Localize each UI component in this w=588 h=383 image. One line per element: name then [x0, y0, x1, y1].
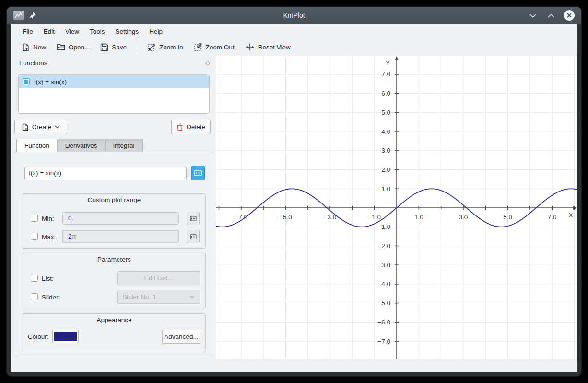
max-input: 2π	[62, 230, 179, 243]
zoom-out-icon	[194, 43, 202, 51]
menu-view[interactable]: View	[60, 26, 84, 37]
colour-label: Colour:	[28, 333, 49, 340]
slider-select: Slider No. 1	[117, 290, 200, 304]
equation-editor-icon	[194, 170, 202, 176]
max-checkbox[interactable]	[31, 233, 38, 240]
plot-area[interactable]: −7.0−5.0−3.0−1.01.03.05.07.0−7.0−6.0−5.0…	[216, 56, 577, 359]
reset-view-icon	[245, 43, 255, 51]
dock-title: Functions	[19, 60, 47, 67]
kmplot-window: KmPlot File Edit View Tools Settings Hel…	[7, 7, 581, 376]
function-tab-pane: f(x) = sin(x) Custom plot range Min: 0	[15, 152, 212, 357]
appearance-group: Appearance Colour: Advanced...	[23, 313, 206, 352]
max-equation-editor-button	[187, 230, 200, 243]
colour-swatch-button[interactable]	[52, 330, 79, 343]
min-input: 0	[62, 212, 179, 225]
svg-text:−6.0: −6.0	[377, 319, 390, 326]
delete-label: Delete	[187, 123, 205, 131]
svg-text:−3.0: −3.0	[377, 262, 390, 269]
slider-label: Slider:	[42, 294, 60, 301]
slider-checkbox[interactable]	[31, 293, 38, 300]
svg-text:−2.0: −2.0	[377, 242, 390, 250]
chevron-down-icon	[55, 125, 60, 129]
equation-editor-icon	[190, 216, 197, 221]
svg-text:−5.0: −5.0	[377, 299, 390, 307]
svg-text:7.0: 7.0	[548, 214, 557, 221]
min-label: Min:	[42, 215, 54, 222]
parameters-group: Parameters List: Edit List... Slider: Sl…	[23, 253, 206, 308]
svg-text:−7.0: −7.0	[377, 338, 390, 345]
tab-integral[interactable]: Integral	[106, 139, 143, 152]
open-button[interactable]: Open...	[52, 41, 94, 53]
save-label: Save	[112, 44, 127, 51]
tab-function[interactable]: Function	[16, 139, 58, 152]
open-folder-icon	[57, 43, 65, 51]
min-checkbox[interactable]	[31, 215, 38, 222]
reset-view-button[interactable]: Reset View	[241, 40, 295, 54]
svg-text:Y: Y	[386, 60, 390, 67]
edit-list-button: Edit List...	[117, 271, 200, 285]
chevron-down-icon	[189, 295, 195, 299]
toolbar-separator	[137, 41, 137, 53]
svg-text:2.0: 2.0	[381, 166, 390, 173]
zoom-in-button[interactable]: Zoom In	[143, 40, 188, 54]
max-label: Max:	[42, 233, 56, 240]
menu-file[interactable]: File	[17, 26, 38, 37]
new-file-icon	[22, 43, 30, 51]
menubar: File Edit View Tools Settings Help	[11, 24, 577, 38]
close-icon[interactable]	[564, 10, 575, 21]
tab-derivatives[interactable]: Derivatives	[58, 139, 106, 152]
new-button[interactable]: New	[17, 41, 50, 54]
menu-edit[interactable]: Edit	[38, 26, 60, 37]
delete-button[interactable]: Delete	[171, 120, 211, 134]
equation-editor-button[interactable]	[191, 166, 205, 180]
menu-help[interactable]: Help	[144, 26, 168, 37]
shade-window-icon[interactable]	[528, 10, 538, 21]
toolbar: New Open... Save	[11, 38, 577, 56]
svg-text:6.0: 6.0	[381, 90, 390, 97]
svg-text:1.0: 1.0	[381, 185, 390, 192]
delete-icon	[176, 123, 183, 131]
zoom-out-label: Zoom Out	[206, 44, 235, 51]
appearance-title: Appearance	[23, 314, 205, 323]
menu-settings[interactable]: Settings	[110, 26, 144, 37]
functions-dock: Functions ◇ f(x) = sin(x) Create	[11, 56, 216, 372]
save-button[interactable]: Save	[96, 41, 131, 54]
zoom-in-icon	[147, 43, 156, 51]
custom-plot-range-group: Custom plot range Min: 0 Max: 2π	[23, 193, 206, 249]
advanced-button[interactable]: Advanced...	[162, 330, 200, 344]
float-dock-icon[interactable]: ◇	[205, 59, 210, 66]
function-list-item[interactable]: f(x) = sin(x)	[19, 75, 209, 88]
svg-text:5.0: 5.0	[381, 109, 390, 116]
colour-swatch	[54, 332, 77, 341]
slider-select-value: Slider No. 1	[122, 293, 156, 300]
svg-text:5.0: 5.0	[503, 214, 512, 221]
zoom-out-button[interactable]: Zoom Out	[189, 40, 239, 54]
window-body: File Edit View Tools Settings Help New	[11, 24, 577, 372]
equation-editor-icon	[190, 234, 197, 239]
save-icon	[100, 43, 108, 51]
zoom-in-label: Zoom In	[159, 44, 183, 51]
titlebar: KmPlot	[7, 7, 581, 24]
open-label: Open...	[69, 44, 90, 51]
tabbar: Function Derivatives Integral	[16, 139, 143, 152]
equation-input[interactable]: f(x) = sin(x)	[24, 167, 187, 180]
list-checkbox[interactable]	[31, 275, 38, 282]
svg-text:X: X	[568, 212, 573, 219]
reset-view-label: Reset View	[258, 44, 291, 51]
svg-text:3.0: 3.0	[381, 147, 390, 154]
function-visibility-checkbox[interactable]	[23, 78, 30, 85]
plot-canvas[interactable]: −7.0−5.0−3.0−1.01.03.05.07.0−7.0−6.0−5.0…	[216, 56, 577, 359]
maximize-icon[interactable]	[546, 10, 556, 21]
custom-plot-range-title: Custom plot range	[23, 194, 205, 203]
create-button[interactable]: Create	[14, 120, 67, 134]
svg-text:−5.0: −5.0	[279, 214, 292, 221]
svg-text:−1.0: −1.0	[368, 214, 381, 221]
svg-text:−4.0: −4.0	[377, 280, 390, 287]
menu-tools[interactable]: Tools	[84, 26, 110, 37]
svg-text:3.0: 3.0	[459, 214, 468, 221]
svg-text:7.0: 7.0	[381, 71, 390, 78]
function-list: f(x) = sin(x)	[18, 74, 210, 114]
function-list-item-label: f(x) = sin(x)	[34, 78, 67, 85]
create-function-icon	[22, 123, 29, 131]
create-label: Create	[32, 123, 52, 131]
